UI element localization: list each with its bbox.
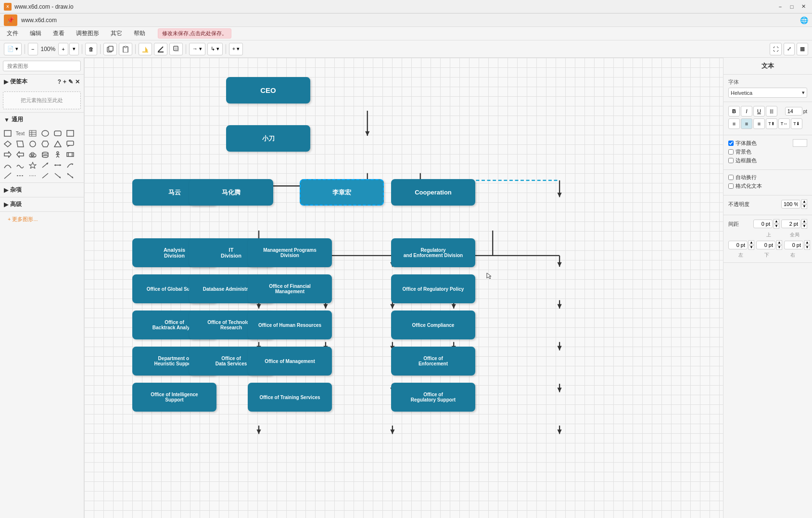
mgmt-programs-box[interactable]: Management ProgramsDivision xyxy=(248,238,332,267)
spacing-all-down[interactable]: ▼ xyxy=(801,224,807,229)
align-right-button[interactable]: ≡ xyxy=(753,118,765,129)
section-general-header[interactable]: ▼ 通用 xyxy=(0,113,84,127)
lizhaohu-box[interactable]: 李章宏 xyxy=(300,179,384,206)
shape-rectangle[interactable] xyxy=(2,129,13,138)
menu-view[interactable]: 查看 xyxy=(50,28,67,39)
text-mid-button[interactable]: T↔ xyxy=(778,118,790,129)
shape-person[interactable] xyxy=(52,150,63,159)
shape-callout[interactable] xyxy=(64,139,76,149)
panel-toggle-button[interactable]: ▦ xyxy=(797,43,808,55)
shape-double-line[interactable] xyxy=(64,171,76,181)
copy-style-button[interactable] xyxy=(103,43,117,55)
node-lizhaohu[interactable]: 李章宏 xyxy=(300,179,384,206)
paste-style-button[interactable] xyxy=(119,43,132,55)
font-size-input[interactable] xyxy=(785,107,802,116)
section-misc-header[interactable]: ▶ 杂项 xyxy=(0,183,84,197)
more-shapes-link[interactable]: + 更多图形... xyxy=(4,216,42,222)
mahuateng-box[interactable]: 马化腾 xyxy=(189,179,273,206)
spacing-left-up[interactable]: ▲ xyxy=(749,240,754,245)
add-icon[interactable]: + xyxy=(63,78,66,85)
xiaodao-box[interactable]: 小刀 xyxy=(226,125,310,152)
shape-dashed-line[interactable] xyxy=(14,171,26,181)
spacing-bottom-down[interactable]: ▼ xyxy=(776,245,782,250)
financial-mgmt-box[interactable]: Office of FinancialManagement xyxy=(248,274,332,303)
shape-curve[interactable] xyxy=(2,160,13,170)
shape-hexagon[interactable] xyxy=(39,139,51,149)
spacing-right-down[interactable]: ▼ xyxy=(804,245,810,250)
delete-button[interactable]: 🗑 xyxy=(85,43,97,55)
shadow-button[interactable] xyxy=(169,43,183,55)
shape-line[interactable] xyxy=(2,171,13,181)
text-top-button[interactable]: T⬆ xyxy=(766,118,777,129)
zoom-out-button[interactable]: − xyxy=(28,43,38,55)
spacing-right-up[interactable]: ▲ xyxy=(804,240,810,245)
edit-icon[interactable]: ✎ xyxy=(68,78,73,85)
node-training-services[interactable]: Office of Training Services xyxy=(248,383,332,412)
zoom-in-button[interactable]: + xyxy=(58,43,68,55)
font-color-box[interactable] xyxy=(793,139,807,147)
shape-circle[interactable] xyxy=(27,139,38,149)
spacing-top-down[interactable]: ▼ xyxy=(774,224,779,229)
align-center-button[interactable]: ≡ xyxy=(741,118,752,129)
menu-help[interactable]: 帮助 xyxy=(131,28,148,39)
shape-parallelogram[interactable] xyxy=(14,139,26,149)
shape-cross-arrow[interactable] xyxy=(52,171,63,181)
section-favorites-header[interactable]: ▶ 便签本 ? + ✎ ✕ xyxy=(0,75,84,89)
shape-diagonal-line[interactable] xyxy=(39,171,51,181)
shape-ellipse[interactable] xyxy=(39,129,51,138)
rp-font-select[interactable]: Helvetica ▾ xyxy=(728,88,807,98)
spacing-left-down[interactable]: ▼ xyxy=(749,245,754,250)
spacing-all-value[interactable] xyxy=(781,220,800,228)
node-mgmt-programs[interactable]: Management ProgramsDivision xyxy=(248,238,332,267)
shape-wave[interactable] xyxy=(14,160,26,170)
autowrap-checkbox[interactable] xyxy=(728,175,734,180)
menu-edit[interactable]: 编辑 xyxy=(27,28,44,39)
align-left-button[interactable]: ≡ xyxy=(728,118,740,129)
border-color-checkbox[interactable] xyxy=(728,158,734,163)
menu-other[interactable]: 其它 xyxy=(108,28,125,39)
spacing-button[interactable]: ||| xyxy=(766,106,777,117)
waypoint-button[interactable]: ↳ ▾ xyxy=(207,43,223,55)
spacing-top-value[interactable] xyxy=(753,220,773,228)
menu-adjust-shape[interactable]: 调整图形 xyxy=(73,28,102,39)
canvas-area[interactable]: CEO 小刀 马云 马化腾 李章宏 Cooperation xyxy=(84,58,723,518)
regulatory-policy-box[interactable]: Office of Regulatory Policy xyxy=(391,274,475,303)
intelligence-support-box[interactable]: Office of IntelligenceSupport xyxy=(132,383,216,412)
node-mahuateng[interactable]: 马化腾 xyxy=(189,179,273,206)
close-icon[interactable]: ✕ xyxy=(75,78,80,85)
search-input[interactable] xyxy=(3,61,81,71)
close-button[interactable]: ✕ xyxy=(799,2,808,12)
enforcement-box[interactable]: Office ofEnforcement xyxy=(391,347,475,376)
menu-file[interactable]: 文件 xyxy=(4,28,21,39)
opacity-value-input[interactable] xyxy=(781,200,800,208)
minimize-button[interactable]: − xyxy=(775,2,785,12)
node-human-resources[interactable]: Office of Human Resources xyxy=(248,311,332,339)
regulatory-div-box[interactable]: Regulatoryand Enforcement Division xyxy=(391,238,475,267)
node-intelligence-support[interactable]: Office of IntelligenceSupport xyxy=(132,383,216,412)
spacing-left-value[interactable] xyxy=(728,241,748,249)
add-button[interactable]: + ▾ xyxy=(229,43,243,55)
opacity-up-button[interactable]: ▲ xyxy=(801,199,807,204)
canvas[interactable]: CEO 小刀 马云 马化腾 李章宏 Cooperation xyxy=(84,58,723,518)
shape-text[interactable]: Text xyxy=(14,129,26,138)
section-advanced-header[interactable]: ▶ 高级 xyxy=(0,197,84,211)
connect-button[interactable]: → ▾ xyxy=(189,43,205,55)
spacing-right-value[interactable] xyxy=(784,241,803,249)
node-regulatory-policy[interactable]: Office of Regulatory Policy xyxy=(391,274,475,303)
zoom-dropdown-button[interactable]: ▾ xyxy=(69,43,79,55)
text-bot-button[interactable]: T⬇ xyxy=(791,118,802,129)
node-management[interactable]: Office of Management xyxy=(248,347,332,376)
management-box[interactable]: Office of Management xyxy=(248,347,332,376)
shape-bidirectional-arrow[interactable] xyxy=(52,160,63,170)
font-color-checkbox[interactable] xyxy=(728,141,734,146)
shape-process[interactable] xyxy=(64,150,76,159)
node-ceo[interactable]: CEO xyxy=(226,77,310,104)
shape-cloud[interactable] xyxy=(27,150,38,159)
shape-triangle[interactable] xyxy=(52,139,63,149)
node-compliance[interactable]: Office Compliance xyxy=(391,311,475,339)
shape-dotted-line[interactable] xyxy=(27,171,38,181)
node-regulatory-div[interactable]: Regulatoryand Enforcement Division xyxy=(391,238,475,267)
spacing-all-up[interactable]: ▲ xyxy=(801,219,807,224)
fill-color-button[interactable] xyxy=(139,43,152,55)
underline-button[interactable]: U xyxy=(753,106,765,117)
